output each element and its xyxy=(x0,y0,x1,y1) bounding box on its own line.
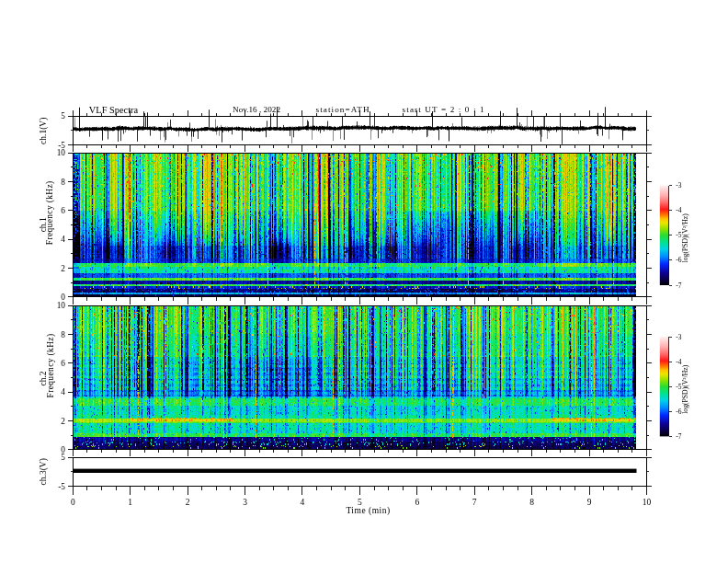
svg-text:4: 4 xyxy=(301,498,305,507)
svg-text:Nov.16 , 2022: Nov.16 , 2022 xyxy=(233,105,280,114)
svg-text:6: 6 xyxy=(415,498,419,507)
svg-text:-4: -4 xyxy=(676,206,681,214)
svg-text:6: 6 xyxy=(61,206,65,215)
svg-text:2: 2 xyxy=(61,417,65,426)
svg-text:10: 10 xyxy=(57,148,66,157)
svg-text:10: 10 xyxy=(57,301,66,310)
svg-text:10: 10 xyxy=(643,498,652,507)
svg-text:2: 2 xyxy=(186,498,190,507)
svg-text:-3: -3 xyxy=(676,333,681,341)
svg-text:0: 0 xyxy=(61,445,65,454)
svg-text:-7: -7 xyxy=(676,432,681,441)
svg-text:station=ATH: station=ATH xyxy=(316,105,370,114)
svg-text:ch.1(V): ch.1(V) xyxy=(39,118,49,144)
svg-text:log(PSD)(V²/Hz): log(PSD)(V²/Hz) xyxy=(681,364,689,414)
svg-text:4: 4 xyxy=(61,235,65,244)
svg-text:3: 3 xyxy=(243,498,247,507)
svg-text:log(PSD)(V²/Hz): log(PSD)(V²/Hz) xyxy=(681,213,689,263)
svg-text:5: 5 xyxy=(61,111,65,121)
svg-text:1: 1 xyxy=(128,498,132,507)
svg-text:-5: -5 xyxy=(58,482,65,491)
svg-text:9: 9 xyxy=(587,498,592,507)
svg-text:-7: -7 xyxy=(676,282,681,290)
svg-text:-4: -4 xyxy=(676,358,681,366)
svg-text:0: 0 xyxy=(71,498,75,507)
svg-text:6: 6 xyxy=(61,359,65,368)
svg-text:-3: -3 xyxy=(676,181,681,190)
svg-text:8: 8 xyxy=(61,330,65,339)
svg-text:8: 8 xyxy=(529,498,534,507)
svg-text:8: 8 xyxy=(61,178,65,187)
svg-text:7: 7 xyxy=(472,498,477,507)
svg-text:4: 4 xyxy=(61,387,65,396)
svg-text:ch.3(V): ch.3(V) xyxy=(39,458,49,485)
svg-text:Frequency (kHz): Frequency (kHz) xyxy=(46,334,56,398)
svg-text:Frequency (kHz): Frequency (kHz) xyxy=(46,180,56,245)
svg-text:2: 2 xyxy=(61,264,65,273)
svg-text:Time (min): Time (min) xyxy=(346,506,390,516)
svg-text:VLF Spectra: VLF Spectra xyxy=(89,105,139,115)
svg-text:start UT = 2 : 0 : 1: start UT = 2 : 0 : 1 xyxy=(403,105,485,114)
